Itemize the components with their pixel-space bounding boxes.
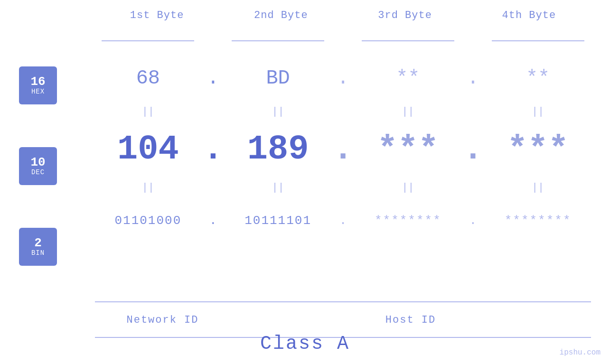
dec-label: DEC xyxy=(31,168,45,176)
top-brackets xyxy=(95,40,591,41)
bin-byte2: 10111101 xyxy=(225,214,331,228)
dec-badge: 10 DEC xyxy=(19,147,57,185)
hex-label: HEX xyxy=(31,88,45,95)
byte4-header: 4th Byte xyxy=(467,9,591,21)
dec-byte1: 104 xyxy=(95,130,201,169)
watermark: ipshu.com xyxy=(560,348,601,357)
eq2: || xyxy=(225,106,331,118)
bin-dot1: . xyxy=(201,214,225,228)
bin-label: BIN xyxy=(31,249,45,257)
bin-dot3: . xyxy=(461,214,485,228)
bin-num: 2 xyxy=(34,237,42,249)
hex-row: 68 . BD . ** . ** xyxy=(95,55,591,102)
dec-byte2: 189 xyxy=(225,130,331,169)
dec-dot3: . xyxy=(461,130,485,169)
main-container: 1st Byte 2nd Byte 3rd Byte 4th Byte 16 H… xyxy=(0,0,610,364)
eq1: || xyxy=(95,106,201,118)
byte2-header: 2nd Byte xyxy=(219,9,343,21)
eq8: || xyxy=(485,182,591,194)
hex-equals-row: || || || || xyxy=(95,102,591,121)
network-bracket-line xyxy=(95,301,230,302)
byte1-header: 1st Byte xyxy=(95,9,219,21)
dec-byte4: *** xyxy=(485,130,591,169)
eq6: || xyxy=(225,182,331,194)
bin-byte1: 01101000 xyxy=(95,214,201,228)
hex-byte1: 68 xyxy=(95,67,201,90)
dec-equals-row: || || || || xyxy=(95,178,591,197)
byte3-header: 3rd Byte xyxy=(343,9,467,21)
bin-byte4: ******** xyxy=(485,214,591,228)
host-bracket-line xyxy=(230,301,591,302)
hex-dot2: . xyxy=(331,67,355,90)
hex-badge: 16 HEX xyxy=(19,66,57,104)
bottom-brackets xyxy=(95,293,591,307)
eq3: || xyxy=(355,106,461,118)
hex-num: 16 xyxy=(30,75,45,88)
network-id-label: Network ID xyxy=(95,314,230,326)
dec-row: 104 . 189 . *** . *** xyxy=(95,121,591,178)
bin-row: 01101000 . 10111101 . ******** . *******… xyxy=(95,197,591,244)
hex-dot1: . xyxy=(201,67,225,90)
hex-byte4: ** xyxy=(485,67,591,90)
eq7: || xyxy=(355,182,461,194)
bin-dot2: . xyxy=(331,214,355,228)
dec-num: 10 xyxy=(30,156,45,168)
eq5: || xyxy=(95,182,201,194)
byte-headers: 1st Byte 2nd Byte 3rd Byte 4th Byte xyxy=(95,9,591,21)
host-id-label: Host ID xyxy=(230,314,591,326)
class-label: Class A xyxy=(0,333,610,355)
base-labels: 16 HEX 10 DEC 2 BIN xyxy=(19,66,57,266)
bin-byte3: ******** xyxy=(355,214,461,228)
hex-dot3: . xyxy=(461,67,485,90)
bin-badge: 2 BIN xyxy=(19,228,57,266)
dec-dot2: . xyxy=(331,130,355,169)
rows-container: 68 . BD . ** . ** || || || || 104 . 189 … xyxy=(95,55,591,244)
dec-dot1: . xyxy=(201,130,225,169)
dec-byte3: *** xyxy=(355,130,461,169)
hex-byte2: BD xyxy=(225,67,331,90)
hex-byte3: ** xyxy=(355,67,461,90)
eq4: || xyxy=(485,106,591,118)
segment-labels: Network ID Host ID xyxy=(95,314,591,326)
